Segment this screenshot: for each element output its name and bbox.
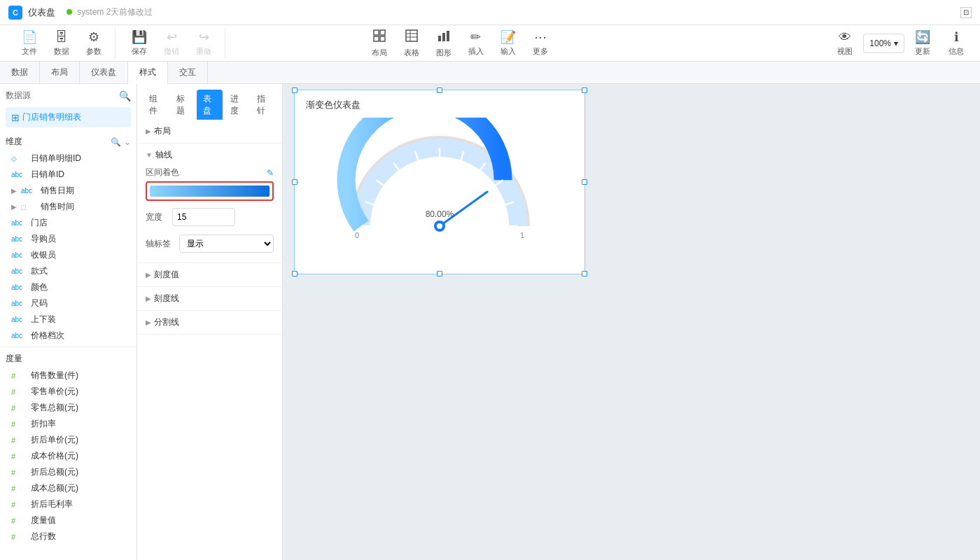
update-button[interactable]: 🔄 更新 xyxy=(907,28,938,59)
data-source-name: 门店销售明细表 xyxy=(22,111,81,123)
dim-item-rixin-id[interactable]: abc 日销单ID xyxy=(0,167,136,183)
status-dot xyxy=(66,9,72,15)
info-button[interactable]: ℹ 信息 xyxy=(941,28,972,59)
measure-label: 销售数量(件) xyxy=(31,370,78,382)
tab-component[interactable]: 组件 xyxy=(143,90,169,120)
layout-group-header[interactable]: ▶ 布局 xyxy=(137,120,282,143)
measure-cost-total[interactable]: # 成本总额(元) xyxy=(0,480,136,496)
measure-retail-total[interactable]: # 零售总额(元) xyxy=(0,400,136,416)
save-icon: 💾 xyxy=(132,29,147,45)
axis-group-header[interactable]: ▼ 轴线 xyxy=(137,144,282,167)
tab-style[interactable]: 样式 xyxy=(128,62,168,84)
dim-label: 导购员 xyxy=(31,233,56,245)
handle-tl[interactable] xyxy=(292,88,298,93)
chart-button[interactable]: 图形 xyxy=(428,28,459,59)
search-icon[interactable]: 🔍 xyxy=(111,137,121,147)
edit-icon[interactable]: ✎ xyxy=(267,168,274,178)
arrow-right-icon: ▶ xyxy=(146,318,151,326)
undo-label: 撤销 xyxy=(164,46,179,57)
dim-item-date[interactable]: ▶ abc 销售日期 xyxy=(0,183,136,199)
dim-label: 收银员 xyxy=(31,249,56,261)
tab-layout[interactable]: 布局 xyxy=(40,62,80,84)
table-button[interactable]: 表格 xyxy=(396,28,427,59)
layout-icon xyxy=(372,29,386,46)
file-button[interactable]: 📄 文件 xyxy=(14,28,45,59)
save-button[interactable]: 💾 保存 xyxy=(124,28,155,59)
view-icon: 👁 xyxy=(839,30,851,45)
dim-item-updown[interactable]: abc 上下装 xyxy=(0,312,136,328)
expand-icon[interactable]: ⌄ xyxy=(124,137,131,147)
handle-bl[interactable] xyxy=(292,271,298,276)
scale-value-group[interactable]: ▶ 刻度值 xyxy=(137,263,282,287)
width-input[interactable] xyxy=(172,208,235,226)
undo-button[interactable]: ↩ 撤销 xyxy=(156,28,187,59)
file-label: 文件 xyxy=(22,46,37,57)
dim-item-style[interactable]: abc 款式 xyxy=(0,263,136,279)
more-button[interactable]: ⋯ 更多 xyxy=(525,28,556,59)
more-label: 更多 xyxy=(533,46,548,57)
toolbar-group-edit: 💾 保存 ↩ 撤销 ↪ 重做 xyxy=(118,28,225,59)
canvas-area: 渐变色仪表盘 xyxy=(283,84,980,560)
tab-interact[interactable]: 交互 xyxy=(168,62,208,84)
tab-pointer[interactable]: 指针 xyxy=(251,90,276,120)
svg-rect-10 xyxy=(447,31,449,41)
param-button[interactable]: ⚙ 参数 xyxy=(78,28,109,59)
insert-button[interactable]: ✏ 插入 xyxy=(461,28,491,59)
left-panel: 数据源 🔍 ⊞ 门店销售明细表 维度 🔍 ⌄ ◇ 日销单明细ID abc 日销单… xyxy=(0,84,137,560)
tab-dashboard[interactable]: 仪表盘 xyxy=(80,62,128,84)
view-label: 视图 xyxy=(837,46,853,57)
maximize-button[interactable]: ⊡ xyxy=(960,7,972,18)
handle-tc[interactable] xyxy=(437,88,442,93)
data-source-item[interactable]: ⊞ 门店销售明细表 xyxy=(6,107,131,127)
measure-margin[interactable]: # 折后毛利率 xyxy=(0,496,136,512)
layout-label: 布局 xyxy=(154,125,171,137)
dim-label: 日销单ID xyxy=(31,169,64,181)
zoom-control[interactable]: 100% ▾ xyxy=(863,34,904,53)
chart-icon xyxy=(437,29,451,46)
handle-bc[interactable] xyxy=(437,271,442,276)
measure-retail-price[interactable]: # 零售单价(元) xyxy=(0,384,136,400)
dim-label: 销售时间 xyxy=(41,201,74,213)
dim-item-size[interactable]: abc 尺码 xyxy=(0,295,136,312)
measure-cost-price[interactable]: # 成本价格(元) xyxy=(0,448,136,464)
tab-title[interactable]: 标题 xyxy=(170,90,196,120)
axis-label-select[interactable]: 显示 隐藏 xyxy=(179,234,274,253)
view-button[interactable]: 👁 视图 xyxy=(830,28,860,59)
color-bar-container[interactable] xyxy=(146,181,274,201)
tab-gauge[interactable]: 表盘 xyxy=(197,90,223,120)
scale-line-group[interactable]: ▶ 刻度线 xyxy=(137,287,282,311)
dim-item-time[interactable]: ▶ □ 销售时间 xyxy=(0,199,136,215)
dim-item-guide[interactable]: abc 导购员 xyxy=(0,231,136,247)
measure-discount-total[interactable]: # 折后总额(元) xyxy=(0,464,136,480)
arrow-right-icon: ▶ xyxy=(146,295,151,302)
color-bar-label: 区间着色 xyxy=(146,167,179,178)
measure-discount[interactable]: # 折扣率 xyxy=(0,416,136,432)
measure-measure-val[interactable]: # 度量值 xyxy=(0,512,136,528)
data-button[interactable]: 🗄 数据 xyxy=(46,28,77,59)
dim-label: 价格档次 xyxy=(31,330,64,342)
divider-group[interactable]: ▶ 分割线 xyxy=(137,311,282,335)
dim-item-color[interactable]: abc 颜色 xyxy=(0,279,136,295)
dim-item-store[interactable]: abc 门店 xyxy=(0,215,136,231)
measure-discount-price[interactable]: # 折后单价(元) xyxy=(0,432,136,448)
tab-data[interactable]: 数据 xyxy=(0,62,40,84)
chart-widget[interactable]: 渐变色仪表盘 xyxy=(294,90,585,274)
svg-text:0: 0 xyxy=(355,231,359,239)
layout-button[interactable]: 布局 xyxy=(364,28,395,59)
axis-label: 轴线 xyxy=(155,149,172,161)
svg-rect-1 xyxy=(380,30,385,35)
axis-section: 区间着色 ✎ 宽度 轴标签 显示 xyxy=(137,167,282,262)
measure-total-rows[interactable]: # 总行数 xyxy=(0,528,136,545)
redo-button[interactable]: ↪ 重做 xyxy=(188,28,219,59)
chart-label: 图形 xyxy=(436,48,451,58)
update-label: 更新 xyxy=(915,46,930,57)
measure-sales-qty[interactable]: # 销售数量(件) xyxy=(0,368,136,384)
dim-item-price[interactable]: abc 价格档次 xyxy=(0,328,136,344)
tab-progress[interactable]: 进度 xyxy=(224,90,250,120)
input-button[interactable]: 📝 输入 xyxy=(493,28,524,59)
search-icon[interactable]: 🔍 xyxy=(119,90,131,102)
handle-br[interactable] xyxy=(582,271,587,276)
handle-tr[interactable] xyxy=(582,88,587,93)
dim-item-cashier[interactable]: abc 收银员 xyxy=(0,247,136,263)
dim-item-rixin[interactable]: ◇ 日销单明细ID xyxy=(0,150,136,167)
